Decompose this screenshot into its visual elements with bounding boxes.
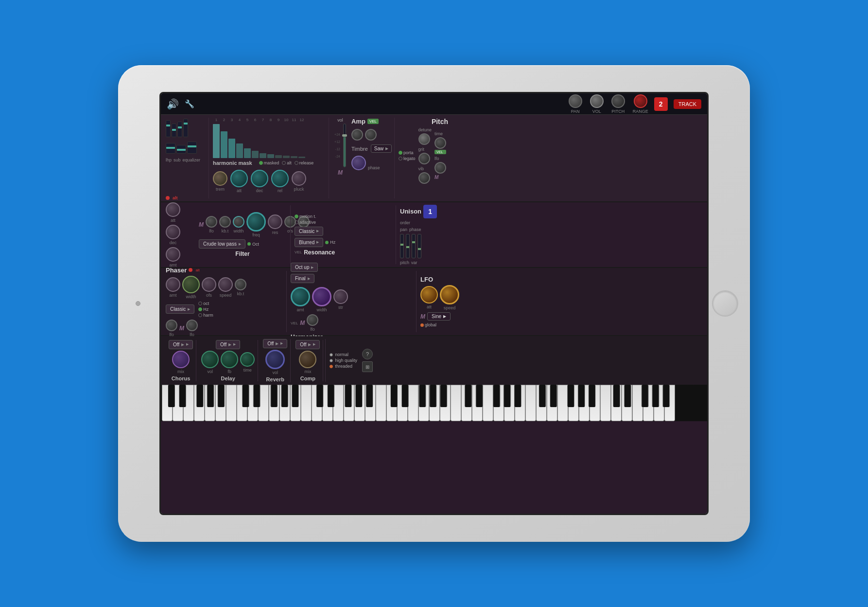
piano-key-a7[interactable] bbox=[664, 385, 675, 421]
filter-att-knob[interactable] bbox=[166, 202, 180, 217]
eq-slider-7[interactable] bbox=[187, 142, 197, 154]
comp-mix-knob[interactable] bbox=[299, 351, 316, 368]
ipad-home-button[interactable] bbox=[712, 290, 738, 317]
oct-radio-phaser[interactable] bbox=[198, 302, 202, 305]
piano-key-c2[interactable] bbox=[237, 385, 247, 421]
pan-knob[interactable] bbox=[569, 94, 582, 108]
normal-radio[interactable] bbox=[330, 353, 333, 357]
piano-key-f3[interactable] bbox=[344, 385, 354, 421]
harm-bar-11[interactable] bbox=[291, 156, 297, 158]
time-vel-badge[interactable]: VEL bbox=[434, 150, 446, 154]
piano-key-g5[interactable] bbox=[504, 385, 515, 421]
reverb-status-btn[interactable]: Off ▶ bbox=[263, 339, 287, 348]
delay-status-btn[interactable]: Off ▶ bbox=[216, 340, 240, 349]
piano-key-a[interactable] bbox=[215, 385, 226, 421]
piano-key-f4[interactable] bbox=[418, 385, 429, 421]
phase-knob[interactable] bbox=[351, 156, 366, 170]
motion-t-radio[interactable] bbox=[295, 214, 298, 218]
piano-key-g7[interactable] bbox=[654, 385, 664, 421]
piano-key-d7[interactable] bbox=[622, 385, 632, 421]
harm-str-knob[interactable] bbox=[333, 289, 348, 304]
reverb-vol-knob[interactable] bbox=[265, 350, 285, 369]
phaser-ofs-knob[interactable] bbox=[202, 277, 216, 292]
piano-key-g[interactable] bbox=[205, 385, 215, 421]
piano-key-c5[interactable] bbox=[461, 385, 472, 421]
pan-slider-1[interactable] bbox=[400, 234, 404, 258]
harm-bar-1[interactable] bbox=[213, 124, 220, 158]
legato-radio[interactable] bbox=[399, 157, 402, 161]
delay-fb-knob[interactable] bbox=[221, 351, 238, 368]
piano-key-b3[interactable] bbox=[376, 385, 386, 421]
pluck-knob[interactable] bbox=[292, 171, 306, 186]
eq-slider-3[interactable] bbox=[177, 122, 182, 137]
hz-dot[interactable] bbox=[325, 241, 329, 244]
piano-key-c4[interactable] bbox=[386, 385, 397, 421]
amp-k2[interactable] bbox=[365, 129, 377, 141]
piano-key-b4[interactable] bbox=[451, 385, 461, 421]
blurred-dropdown[interactable]: Blurred bbox=[295, 238, 323, 247]
final-dropdown[interactable]: Final bbox=[291, 274, 314, 283]
harm-radio-phaser[interactable] bbox=[198, 313, 202, 317]
piano-key-a6[interactable] bbox=[590, 385, 600, 421]
grid-button[interactable]: ⊞ bbox=[362, 361, 373, 372]
help-button[interactable]: ? bbox=[362, 349, 373, 359]
adaptive-radio[interactable] bbox=[295, 220, 298, 224]
piano-key-b6[interactable] bbox=[600, 385, 611, 421]
phase-slider-2[interactable] bbox=[417, 234, 421, 258]
piano-key-b2[interactable] bbox=[301, 385, 312, 421]
porta-radio[interactable] bbox=[399, 151, 402, 155]
width-filter-knob[interactable] bbox=[233, 216, 244, 228]
harm-bar-10[interactable] bbox=[283, 156, 290, 158]
kbt-filter-knob[interactable] bbox=[219, 216, 231, 228]
piano-key-e4[interactable] bbox=[408, 385, 418, 421]
piano-key-d3[interactable] bbox=[322, 385, 333, 421]
phaser-lfo1-knob[interactable] bbox=[166, 320, 177, 331]
threaded-radio[interactable] bbox=[330, 365, 333, 368]
detune-knob[interactable] bbox=[418, 133, 430, 145]
lfo-filter-knob[interactable] bbox=[206, 216, 217, 228]
phaser-speed-knob[interactable] bbox=[218, 277, 233, 292]
chorus-status-btn[interactable]: Off ▶ bbox=[169, 340, 193, 349]
grit-knob[interactable] bbox=[418, 153, 430, 164]
high-quality-radio[interactable] bbox=[330, 359, 333, 362]
harm-bar-6[interactable] bbox=[252, 151, 259, 158]
trem-knob[interactable] bbox=[213, 171, 227, 186]
piano-key-e5[interactable] bbox=[483, 385, 493, 421]
piano-key-f6[interactable] bbox=[568, 385, 579, 421]
release-radio[interactable] bbox=[295, 161, 298, 165]
dec-knob[interactable] bbox=[251, 170, 268, 187]
harm-bar-3[interactable] bbox=[228, 139, 235, 158]
piano-key-e2[interactable] bbox=[258, 385, 269, 421]
pan-slider-2[interactable] bbox=[406, 234, 410, 258]
harm-bar-2[interactable] bbox=[221, 131, 227, 158]
lfo-att-knob[interactable] bbox=[420, 286, 438, 304]
time-knob[interactable] bbox=[434, 137, 446, 149]
piano-key-c7[interactable] bbox=[611, 385, 622, 421]
harm-lfo-knob[interactable] bbox=[307, 314, 318, 326]
att-knob[interactable] bbox=[230, 170, 248, 187]
piano-key-d4[interactable] bbox=[397, 385, 408, 421]
phaser-amt-knob[interactable] bbox=[166, 277, 180, 292]
resonance-type-dropdown[interactable]: Classic bbox=[295, 227, 323, 236]
harm-bar-4[interactable] bbox=[236, 143, 243, 158]
res-filter-knob[interactable] bbox=[268, 214, 282, 229]
settings-icon[interactable]: 🔧 bbox=[185, 99, 194, 108]
harm-bar-5[interactable] bbox=[244, 148, 251, 158]
phaser-type-dropdown[interactable]: Classic bbox=[166, 304, 194, 314]
amp-k1[interactable] bbox=[351, 129, 363, 141]
harm-amt-knob[interactable] bbox=[291, 287, 310, 306]
range-knob[interactable] bbox=[634, 94, 647, 108]
phaser-kbt-knob[interactable] bbox=[235, 279, 246, 290]
piano-key-c[interactable] bbox=[162, 385, 173, 421]
piano-key-c3[interactable] bbox=[312, 385, 322, 421]
piano-key-e[interactable] bbox=[183, 385, 194, 421]
rel-knob[interactable] bbox=[271, 170, 289, 187]
masked-radio[interactable] bbox=[259, 161, 263, 165]
piano-key-a2[interactable] bbox=[290, 385, 301, 421]
harm-bar-12[interactable] bbox=[298, 157, 305, 158]
lfo-wave-dropdown[interactable]: Sine ▶ bbox=[427, 312, 451, 321]
speaker-icon[interactable]: 🔊 bbox=[167, 98, 179, 110]
oct-dot[interactable] bbox=[247, 242, 251, 246]
pitch-knob[interactable] bbox=[611, 94, 625, 108]
eq-slider-4[interactable] bbox=[183, 119, 188, 137]
